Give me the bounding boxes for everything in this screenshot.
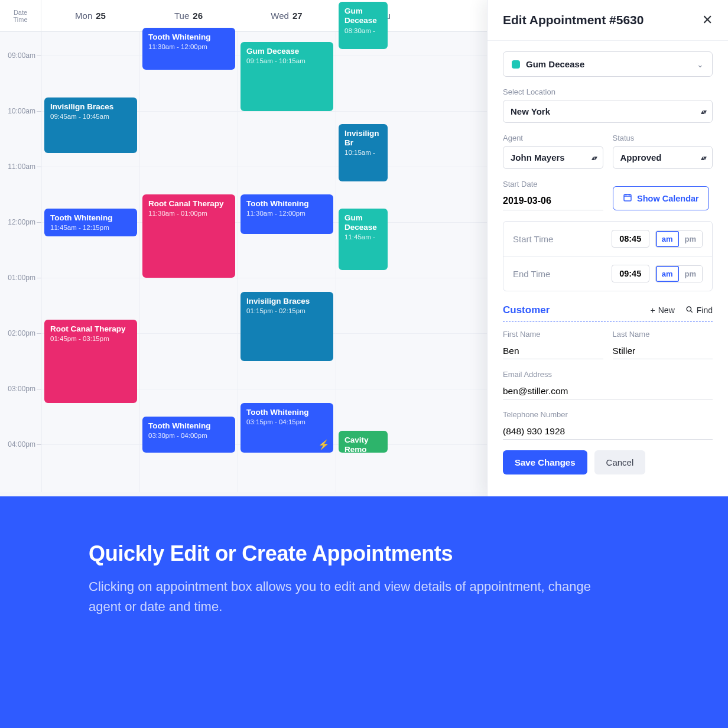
day-label: Tue bbox=[174, 11, 189, 21]
day-header[interactable]: Wed 27 bbox=[238, 0, 336, 31]
time-label: 02:00pm bbox=[8, 329, 35, 337]
status-label: Status bbox=[613, 134, 713, 142]
edit-appointment-panel: Edit Appointment #5630 ✕ Gum Decease ⌄ S… bbox=[487, 0, 728, 496]
appointment-title: Cavity Remo bbox=[344, 436, 382, 453]
last-name-label: Last Name bbox=[613, 330, 713, 339]
email-input[interactable] bbox=[503, 382, 713, 399]
promo-body: Clicking on appointment box allows you t… bbox=[89, 577, 597, 617]
appointment-time: 08:30am - bbox=[344, 27, 382, 34]
appointment-block[interactable]: Gum Decease 11:45am - bbox=[339, 209, 388, 271]
time-range-box: Start Time am pm End Time am pm bbox=[503, 221, 713, 291]
svg-rect-0 bbox=[624, 194, 631, 201]
time-gutter: 09:00am10:00am11:00am12:00pm01:00pm02:00… bbox=[0, 32, 41, 492]
appointment-block[interactable]: Invisilign Br 10:15am - bbox=[339, 124, 388, 181]
time-label: 03:00pm bbox=[8, 385, 35, 393]
appointment-block[interactable]: Tooth Whitening 11:45am - 12:15pm bbox=[44, 209, 137, 236]
start-time-am-button[interactable]: am bbox=[656, 231, 679, 247]
day-column: Tooth Whitening 11:30am - 12:00pm Root C… bbox=[139, 32, 238, 492]
end-time-label: End Time bbox=[513, 269, 606, 279]
header-corner: Date Time bbox=[0, 0, 41, 31]
agent-label: Agent bbox=[503, 134, 603, 142]
day-column: Invisilign Braces 09:45am - 10:45am Toot… bbox=[41, 32, 139, 492]
day-header[interactable]: Tue 26 bbox=[139, 0, 238, 31]
appointment-time: 01:15pm - 02:15pm bbox=[246, 307, 327, 314]
appointment-time: 11:30am - 01:00pm bbox=[148, 210, 229, 217]
appointment-block[interactable]: Gum Decease 09:15am - 10:15am bbox=[240, 42, 333, 112]
appointment-block[interactable]: Tooth Whitening 03:15pm - 04:15pm ⚡ bbox=[240, 403, 333, 453]
find-customer-button[interactable]: Find bbox=[685, 306, 713, 316]
service-color-swatch bbox=[512, 60, 520, 69]
time-label: 09:00am bbox=[8, 51, 35, 60]
appointment-block[interactable]: Root Canal Therapy 11:30am - 01:00pm bbox=[142, 194, 235, 278]
end-time-pm-button[interactable]: pm bbox=[679, 266, 703, 282]
new-customer-button[interactable]: + New bbox=[651, 306, 675, 316]
appointment-block[interactable]: Tooth Whitening 03:30pm - 04:00pm bbox=[142, 417, 235, 453]
corner-time-label: Time bbox=[13, 16, 27, 23]
appointment-title: Tooth Whitening bbox=[246, 408, 327, 417]
calendar-icon bbox=[623, 193, 632, 204]
end-time-am-button[interactable]: am bbox=[656, 266, 679, 282]
end-time-ampm: am pm bbox=[655, 265, 703, 282]
day-label: Mon bbox=[75, 11, 92, 21]
start-date-input[interactable] bbox=[503, 192, 603, 210]
appointment-title: Root Canal Therapy bbox=[148, 199, 229, 209]
agent-select[interactable]: John Mayers ▴▾ bbox=[503, 146, 603, 169]
promo-heading: Quickly Edit or Create Appointments bbox=[89, 541, 639, 566]
location-value: New York bbox=[503, 100, 713, 123]
location-label: Select Location bbox=[503, 87, 713, 96]
day-number: 25 bbox=[96, 11, 106, 21]
appointment-block[interactable]: Tooth Whitening 11:30am - 12:00pm bbox=[142, 28, 235, 70]
bolt-icon: ⚡ bbox=[318, 439, 330, 450]
service-select[interactable]: Gum Decease ⌄ bbox=[503, 51, 713, 77]
day-column: Gum Decease 08:30am - Invisilign Br 10:1… bbox=[336, 32, 390, 492]
appointment-title: Gum Decease bbox=[246, 47, 327, 56]
service-name: Gum Decease bbox=[526, 59, 691, 69]
start-time-pm-button[interactable]: pm bbox=[679, 231, 703, 247]
location-select[interactable]: New York ▴▾ bbox=[503, 100, 713, 123]
appointment-time: 03:30pm - 04:00pm bbox=[148, 432, 229, 439]
first-name-label: First Name bbox=[503, 330, 603, 339]
end-time-input[interactable] bbox=[612, 265, 649, 282]
time-label: 10:00am bbox=[8, 107, 35, 115]
appointment-title: Invisilign Braces bbox=[50, 102, 131, 112]
appointment-title: Tooth Whitening bbox=[148, 32, 229, 42]
show-calendar-button[interactable]: Show Calendar bbox=[613, 186, 709, 210]
appointment-title: Tooth Whitening bbox=[148, 421, 229, 431]
close-icon[interactable]: ✕ bbox=[702, 14, 713, 27]
phone-label: Telephone Number bbox=[503, 410, 713, 419]
save-button[interactable]: Save Changes bbox=[503, 450, 587, 474]
start-time-input[interactable] bbox=[612, 230, 649, 248]
status-value: Approved bbox=[613, 146, 713, 169]
appointment-time: 10:15am - bbox=[344, 149, 382, 156]
appointment-block[interactable]: Gum Decease 08:30am - bbox=[339, 2, 388, 49]
day-number: 27 bbox=[292, 11, 303, 21]
day-label: Wed bbox=[271, 11, 289, 21]
appointment-block[interactable]: Invisilign Braces 01:15pm - 02:15pm bbox=[240, 292, 333, 362]
customer-heading: Customer bbox=[503, 304, 550, 316]
appointment-block[interactable]: Cavity Remo 03:45pm - bbox=[339, 431, 388, 453]
email-label: Email Address bbox=[503, 370, 713, 379]
svg-point-1 bbox=[687, 307, 691, 311]
show-calendar-label: Show Calendar bbox=[637, 194, 699, 203]
start-time-label: Start Time bbox=[513, 234, 606, 244]
corner-date-label: Date bbox=[14, 9, 27, 16]
status-select[interactable]: Approved ▴▾ bbox=[613, 146, 713, 169]
first-name-input[interactable] bbox=[503, 342, 603, 359]
appointment-block[interactable]: Tooth Whitening 11:30am - 12:00pm bbox=[240, 194, 333, 234]
appointment-time: 11:45am - 12:15pm bbox=[50, 224, 131, 231]
appointment-title: Root Canal Therapy bbox=[50, 324, 131, 334]
appointment-title: Gum Decease bbox=[344, 213, 382, 232]
last-name-input[interactable] bbox=[613, 342, 713, 359]
cancel-button[interactable]: Cancel bbox=[594, 450, 646, 474]
appointment-block[interactable]: Invisilign Braces 09:45am - 10:45am bbox=[44, 98, 137, 153]
panel-header: Edit Appointment #5630 ✕ bbox=[488, 0, 728, 41]
phone-input[interactable] bbox=[503, 422, 713, 440]
time-label: 01:00pm bbox=[8, 274, 35, 282]
appointment-title: Gum Decease bbox=[344, 6, 382, 25]
appointment-block[interactable]: Root Canal Therapy 01:45pm - 03:15pm bbox=[44, 320, 137, 403]
start-date-label: Start Date bbox=[503, 180, 603, 188]
day-header[interactable]: Mon 25 bbox=[41, 0, 139, 31]
find-label: Find bbox=[697, 306, 713, 315]
agent-value: John Mayers bbox=[503, 146, 603, 169]
day-column: Gum Decease 09:15am - 10:15am Tooth Whit… bbox=[238, 32, 336, 492]
